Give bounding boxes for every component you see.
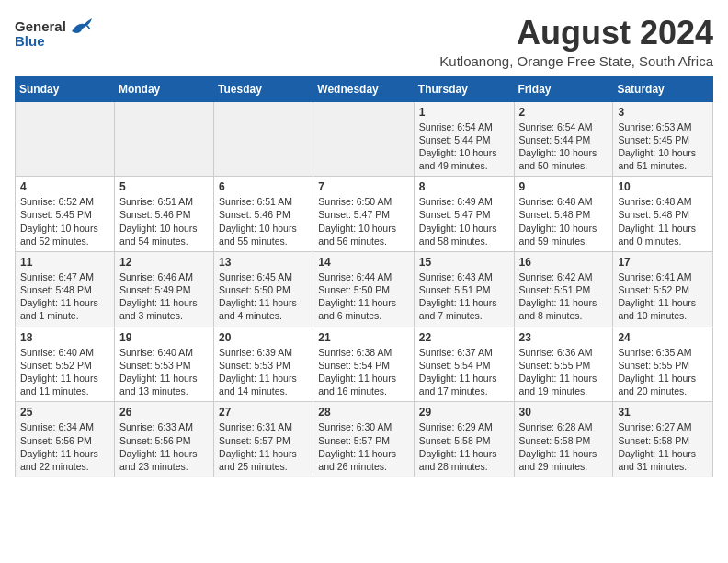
header-wednesday: Wednesday xyxy=(313,76,415,101)
day-info: Sunrise: 6:34 AMSunset: 5:56 PMDaylight:… xyxy=(20,420,109,473)
page-subtitle: Kutloanong, Orange Free State, South Afr… xyxy=(439,53,713,69)
logo-bird-icon xyxy=(68,15,94,37)
title-block: August 2024 Kutloanong, Orange Free Stat… xyxy=(439,15,713,69)
day-info: Sunrise: 6:44 AMSunset: 5:50 PMDaylight:… xyxy=(318,270,409,323)
calendar-cell: 6Sunrise: 6:51 AMSunset: 5:46 PMDaylight… xyxy=(214,177,313,252)
calendar-cell: 19Sunrise: 6:40 AMSunset: 5:53 PMDayligh… xyxy=(114,327,213,402)
calendar-cell xyxy=(313,101,415,177)
day-number: 4 xyxy=(20,180,109,193)
day-info: Sunrise: 6:35 AMSunset: 5:55 PMDaylight:… xyxy=(618,346,708,398)
day-number: 15 xyxy=(419,256,509,269)
calendar-cell: 27Sunrise: 6:31 AMSunset: 5:57 PMDayligh… xyxy=(214,402,313,477)
day-number: 17 xyxy=(618,256,708,269)
week-row-2: 4Sunrise: 6:52 AMSunset: 5:45 PMDaylight… xyxy=(16,177,713,252)
calendar-cell: 11Sunrise: 6:47 AMSunset: 5:48 PMDayligh… xyxy=(16,251,115,327)
week-row-3: 11Sunrise: 6:47 AMSunset: 5:48 PMDayligh… xyxy=(16,251,713,327)
calendar-cell: 2Sunrise: 6:54 AMSunset: 5:44 PMDaylight… xyxy=(514,101,613,177)
day-number: 3 xyxy=(618,106,708,119)
calendar-cell: 22Sunrise: 6:37 AMSunset: 5:54 PMDayligh… xyxy=(414,327,514,402)
day-number: 2 xyxy=(519,106,609,119)
day-info: Sunrise: 6:51 AMSunset: 5:46 PMDaylight:… xyxy=(219,195,308,247)
day-number: 14 xyxy=(318,256,409,269)
day-number: 1 xyxy=(419,106,509,119)
calendar-cell: 20Sunrise: 6:39 AMSunset: 5:53 PMDayligh… xyxy=(214,327,313,402)
day-info: Sunrise: 6:53 AMSunset: 5:45 PMDaylight:… xyxy=(618,121,708,173)
day-number: 22 xyxy=(419,331,509,344)
day-number: 13 xyxy=(219,256,308,269)
day-number: 18 xyxy=(20,331,109,344)
page-header: General Blue August 2024 Kutloanong, Ora… xyxy=(15,15,713,69)
day-number: 20 xyxy=(219,331,308,344)
day-number: 29 xyxy=(419,406,509,419)
header-tuesday: Tuesday xyxy=(214,76,313,101)
day-info: Sunrise: 6:27 AMSunset: 5:58 PMDaylight:… xyxy=(618,420,708,473)
calendar-cell: 17Sunrise: 6:41 AMSunset: 5:52 PMDayligh… xyxy=(613,251,713,327)
header-friday: Friday xyxy=(514,76,613,101)
calendar-cell xyxy=(114,101,213,177)
header-monday: Monday xyxy=(114,76,213,101)
day-info: Sunrise: 6:54 AMSunset: 5:44 PMDaylight:… xyxy=(419,121,509,173)
day-number: 12 xyxy=(119,256,209,269)
day-number: 28 xyxy=(318,406,409,419)
day-info: Sunrise: 6:28 AMSunset: 5:58 PMDaylight:… xyxy=(519,420,609,473)
calendar-cell: 15Sunrise: 6:43 AMSunset: 5:51 PMDayligh… xyxy=(414,251,514,327)
calendar-cell: 10Sunrise: 6:48 AMSunset: 5:48 PMDayligh… xyxy=(613,177,713,252)
day-info: Sunrise: 6:37 AMSunset: 5:54 PMDaylight:… xyxy=(419,346,509,398)
calendar-cell: 18Sunrise: 6:40 AMSunset: 5:52 PMDayligh… xyxy=(16,327,115,402)
calendar-cell: 12Sunrise: 6:46 AMSunset: 5:49 PMDayligh… xyxy=(114,251,213,327)
day-info: Sunrise: 6:33 AMSunset: 5:56 PMDaylight:… xyxy=(119,420,209,473)
calendar-cell: 7Sunrise: 6:50 AMSunset: 5:47 PMDaylight… xyxy=(313,177,415,252)
calendar-cell: 3Sunrise: 6:53 AMSunset: 5:45 PMDaylight… xyxy=(613,101,713,177)
day-info: Sunrise: 6:40 AMSunset: 5:52 PMDaylight:… xyxy=(20,346,109,398)
day-info: Sunrise: 6:52 AMSunset: 5:45 PMDaylight:… xyxy=(20,195,109,247)
day-number: 27 xyxy=(219,406,308,419)
calendar-cell: 30Sunrise: 6:28 AMSunset: 5:58 PMDayligh… xyxy=(514,402,613,477)
day-info: Sunrise: 6:48 AMSunset: 5:48 PMDaylight:… xyxy=(519,195,609,247)
calendar-cell: 14Sunrise: 6:44 AMSunset: 5:50 PMDayligh… xyxy=(313,251,415,327)
calendar-header: SundayMondayTuesdayWednesdayThursdayFrid… xyxy=(16,76,713,101)
calendar-cell: 28Sunrise: 6:30 AMSunset: 5:57 PMDayligh… xyxy=(313,402,415,477)
day-number: 9 xyxy=(519,180,609,193)
calendar-cell: 21Sunrise: 6:38 AMSunset: 5:54 PMDayligh… xyxy=(313,327,415,402)
header-saturday: Saturday xyxy=(613,76,713,101)
day-number: 10 xyxy=(618,180,708,193)
day-info: Sunrise: 6:36 AMSunset: 5:55 PMDaylight:… xyxy=(519,346,609,398)
day-info: Sunrise: 6:51 AMSunset: 5:46 PMDaylight:… xyxy=(119,195,209,247)
day-number: 25 xyxy=(20,406,109,419)
day-info: Sunrise: 6:40 AMSunset: 5:53 PMDaylight:… xyxy=(119,346,209,398)
calendar-cell: 29Sunrise: 6:29 AMSunset: 5:58 PMDayligh… xyxy=(414,402,514,477)
calendar-cell: 9Sunrise: 6:48 AMSunset: 5:48 PMDaylight… xyxy=(514,177,613,252)
day-number: 6 xyxy=(219,180,308,193)
week-row-4: 18Sunrise: 6:40 AMSunset: 5:52 PMDayligh… xyxy=(16,327,713,402)
day-info: Sunrise: 6:30 AMSunset: 5:57 PMDaylight:… xyxy=(318,420,409,473)
logo-blue: Blue xyxy=(15,33,45,49)
day-number: 31 xyxy=(618,406,708,419)
page-title: August 2024 xyxy=(439,15,713,52)
logo: General Blue xyxy=(15,15,94,49)
day-number: 24 xyxy=(618,331,708,344)
day-info: Sunrise: 6:39 AMSunset: 5:53 PMDaylight:… xyxy=(219,346,308,398)
calendar-cell: 13Sunrise: 6:45 AMSunset: 5:50 PMDayligh… xyxy=(214,251,313,327)
day-number: 5 xyxy=(119,180,209,193)
day-info: Sunrise: 6:47 AMSunset: 5:48 PMDaylight:… xyxy=(20,270,109,323)
header-thursday: Thursday xyxy=(414,76,514,101)
calendar-table: SundayMondayTuesdayWednesdayThursdayFrid… xyxy=(15,76,713,477)
day-number: 11 xyxy=(20,256,109,269)
day-number: 16 xyxy=(519,256,609,269)
day-info: Sunrise: 6:45 AMSunset: 5:50 PMDaylight:… xyxy=(219,270,308,323)
calendar-cell: 8Sunrise: 6:49 AMSunset: 5:47 PMDaylight… xyxy=(414,177,514,252)
header-sunday: Sunday xyxy=(16,76,115,101)
day-number: 30 xyxy=(519,406,609,419)
calendar-cell: 4Sunrise: 6:52 AMSunset: 5:45 PMDaylight… xyxy=(16,177,115,252)
day-number: 26 xyxy=(119,406,209,419)
day-number: 23 xyxy=(519,331,609,344)
day-info: Sunrise: 6:54 AMSunset: 5:44 PMDaylight:… xyxy=(519,121,609,173)
calendar-cell: 16Sunrise: 6:42 AMSunset: 5:51 PMDayligh… xyxy=(514,251,613,327)
day-info: Sunrise: 6:38 AMSunset: 5:54 PMDaylight:… xyxy=(318,346,409,398)
day-info: Sunrise: 6:42 AMSunset: 5:51 PMDaylight:… xyxy=(519,270,609,323)
day-info: Sunrise: 6:29 AMSunset: 5:58 PMDaylight:… xyxy=(419,420,509,473)
calendar-cell: 31Sunrise: 6:27 AMSunset: 5:58 PMDayligh… xyxy=(613,402,713,477)
day-number: 7 xyxy=(318,180,409,193)
calendar-cell: 5Sunrise: 6:51 AMSunset: 5:46 PMDaylight… xyxy=(114,177,213,252)
calendar-cell xyxy=(214,101,313,177)
